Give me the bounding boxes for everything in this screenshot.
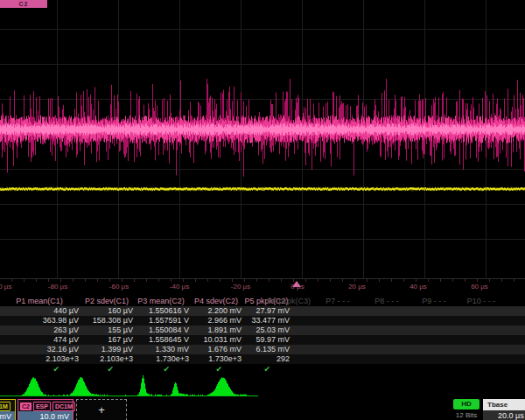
time-axis: -100 µs -80 µs -60 µs -40 µs -20 µs 0 µs… [0,278,525,294]
hd-bits-label: 12 Bits [451,411,482,420]
measurement-header-unused[interactable]: P9 - - - [413,296,455,306]
measurement-max: 474 µV [0,335,79,345]
measurement-mean: 363.98 µV [0,316,79,326]
time-axis-label: -60 µs [100,283,138,290]
measurement-value: 160 µV [80,306,133,316]
time-axis-label: -100 µs [0,283,19,290]
trigger-position-icon[interactable] [292,281,301,287]
measurement-mean: 33.477 mV [243,316,290,326]
measurement-value: 27.97 mV [243,306,290,316]
measurement-min: 263 µV [0,326,79,335]
measurement-sdev: 1.330 mV [133,345,189,354]
time-axis-label: 20 µs [338,283,376,290]
measurement-min: 1.550084 V [133,326,189,335]
measurement-mean: 2.966 mV [191,316,242,326]
measurement-mean: 1.557591 V [133,316,189,326]
measurement-header-unused[interactable]: P10 - - - [458,296,504,306]
measurement-value: 1.550616 V [133,306,189,316]
measurement-sdev: 1.676 mV [191,345,242,354]
measurement-mean: 158.308 µV [80,316,133,326]
measurement-sdev: 6.135 mV [243,345,290,354]
channel-c2-descriptor[interactable]: C2 ESP DC1M 10.0 mV [18,399,74,420]
measurement-min: 1.891 mV [191,326,242,335]
measurement-sdev: 32.16 µV [0,345,79,354]
measurement-num: 1.730e+3 [191,354,242,364]
measurement-column-p5: P5 pkpk(C2) 27.97 mV 33.477 mV 25.03 mV … [243,296,290,374]
measurement-header[interactable]: P4 sdev(C2) [191,296,242,306]
measurement-num: 292 [243,354,290,364]
coupling-badge: DC1M [52,402,75,411]
timebase-descriptor[interactable]: Tbase 20.0 µs [483,399,525,420]
measurement-max: 167 µV [80,335,133,345]
timebase-label: Tbase [483,399,525,410]
measurement-header-unused[interactable]: P7 - - - [317,296,359,306]
measurement-header-unused[interactable]: P6 pkpk(C3) [262,296,315,306]
time-axis-ticks [0,279,525,282]
measurement-header[interactable]: P1 mean(C1) [0,296,79,306]
measurement-header-unused[interactable]: P8 - - - [366,296,408,306]
esp-badge: ESP [33,402,51,411]
time-axis-label: -20 µs [221,283,260,290]
measurement-column-p3: P3 mean(C2) 1.550616 V 1.557591 V 1.5500… [133,296,189,374]
channel-c2-badge: C2 [20,402,32,410]
timebase-value: 20.0 µs [483,410,525,420]
measurement-sdev: 1.399 µV [80,345,133,354]
measurement-table: P1 mean(C1) 440 µV 363.98 µV 263 µV 474 … [0,296,525,374]
measurement-header[interactable]: P3 mean(C2) [133,296,189,306]
channel-c2-scale: 10.0 mV [18,411,73,420]
measurement-column-p1: P1 mean(C1) 440 µV 363.98 µV 263 µV 474 … [0,296,79,374]
measurement-num: 1.730e+3 [133,354,189,364]
measurement-num: 2.103e+3 [0,354,79,364]
bottom-bar: C1 DC1M 10.0 mV C2 ESP DC1M 10.0 mV + HD… [0,398,525,420]
measurement-max: 59.97 mV [243,335,290,345]
measurement-column-p4: P4 sdev(C2) 2.200 mV 2.966 mV 1.891 mV 1… [191,296,242,374]
time-axis-label: -40 µs [160,283,199,290]
measurement-value: 2.200 mV [191,306,242,316]
histicon-canvas [0,374,525,398]
measurement-min: 155 µV [80,326,133,335]
measurement-column-p2: P2 sdev(C1) 160 µV 158.308 µV 155 µV 167… [80,296,133,374]
time-axis-label: 60 µs [460,283,499,290]
add-trace-button[interactable]: + [76,399,127,420]
trace-label-badge: C2 [0,0,47,8]
measurement-num: 2.103e+3 [80,354,133,364]
measurement-max: 1.558645 V [133,335,189,345]
hd-mode-indicator[interactable]: HD 12 Bits [451,399,482,420]
measurement-value: 440 µV [0,306,79,316]
channel-c1-scale: 10.0 mV [0,411,15,420]
coupling-badge: DC1M [0,402,10,411]
channel-c1-descriptor[interactable]: C1 DC1M 10.0 mV [0,399,16,420]
measurement-max: 10.031 mV [191,335,242,345]
time-axis-label: 40 µs [399,283,438,290]
measurement-header[interactable]: P2 sdev(C1) [80,296,133,306]
hd-badge: HD [453,399,480,410]
oscilloscope-screen: C2 -100 µs -80 µs -60 µs -40 µs -20 µs 0… [0,0,525,420]
waveform-canvas [0,0,525,278]
time-axis-label: -80 µs [38,283,77,290]
measurement-min: 25.03 mV [243,326,290,335]
